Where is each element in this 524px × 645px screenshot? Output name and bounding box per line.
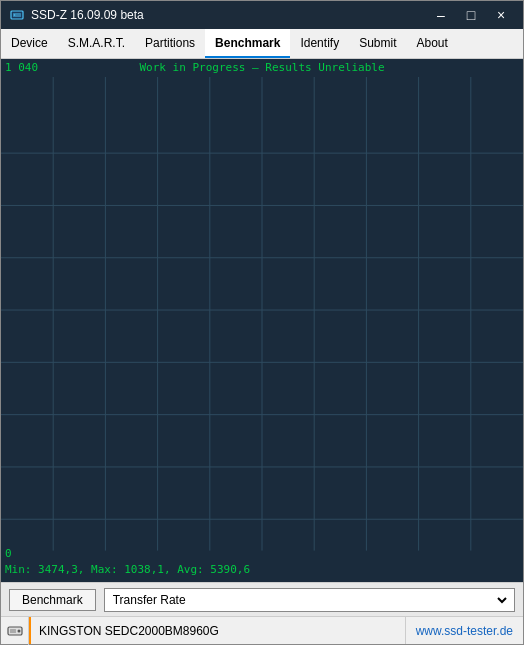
bottom-toolbar: Benchmark Transfer Rate IOPS Access Time xyxy=(1,582,523,616)
menu-item-partitions[interactable]: Partitions xyxy=(135,29,205,58)
status-bar: KINGSTON SEDC2000BM8960G www.ssd-tester.… xyxy=(1,616,523,644)
chart-title: Work in Progress – Results Unreliable xyxy=(139,61,384,74)
window-title: SSD-Z 16.09.09 beta xyxy=(31,8,144,22)
chart-grid xyxy=(1,59,523,582)
transfer-rate-select[interactable]: Transfer Rate IOPS Access Time xyxy=(109,589,510,611)
menu-item-about[interactable]: About xyxy=(407,29,458,58)
menu-item-submit[interactable]: Submit xyxy=(349,29,406,58)
window-controls: – □ × xyxy=(427,4,515,26)
benchmark-button[interactable]: Benchmark xyxy=(9,589,96,611)
chart-area: 1 040 Work in Progress – Results Unrelia… xyxy=(1,59,523,582)
drive-icon xyxy=(1,617,29,645)
transfer-rate-dropdown[interactable]: Transfer Rate IOPS Access Time xyxy=(104,588,515,612)
y-axis-bottom-label: 0 xyxy=(5,547,12,560)
menu-item-smart[interactable]: S.M.A.R.T. xyxy=(58,29,135,58)
menu-item-device[interactable]: Device xyxy=(1,29,58,58)
maximize-button[interactable]: □ xyxy=(457,4,485,26)
close-button[interactable]: × xyxy=(487,4,515,26)
title-bar-left: SSD-Z 16.09.09 beta xyxy=(9,7,144,23)
y-axis-top-label: 1 040 xyxy=(5,61,38,74)
svg-rect-21 xyxy=(10,629,16,633)
main-content: 1 040 Work in Progress – Results Unrelia… xyxy=(1,59,523,616)
minimize-button[interactable]: – xyxy=(427,4,455,26)
svg-point-22 xyxy=(17,629,20,632)
menu-bar: Device S.M.A.R.T. Partitions Benchmark I… xyxy=(1,29,523,59)
main-window: SSD-Z 16.09.09 beta – □ × Device S.M.A.R… xyxy=(0,0,524,645)
drive-name: KINGSTON SEDC2000BM8960G xyxy=(29,617,406,644)
chart-stats: Min: 3474,3, Max: 1038,1, Avg: 5390,6 xyxy=(5,563,250,576)
svg-point-2 xyxy=(14,14,16,16)
app-icon xyxy=(9,7,25,23)
menu-item-identify[interactable]: Identify xyxy=(290,29,349,58)
website-label: www.ssd-tester.de xyxy=(406,624,523,638)
menu-item-benchmark[interactable]: Benchmark xyxy=(205,29,290,58)
title-bar: SSD-Z 16.09.09 beta – □ × xyxy=(1,1,523,29)
